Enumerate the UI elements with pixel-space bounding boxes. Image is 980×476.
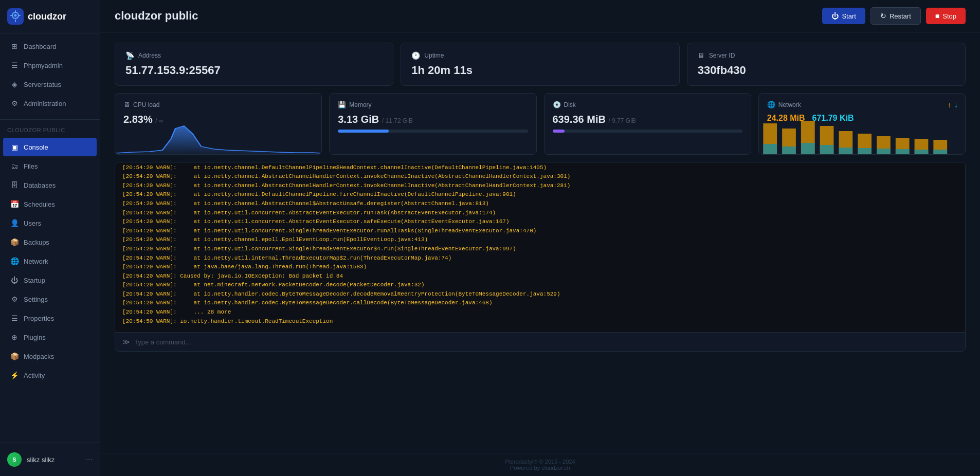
stop-button[interactable]: ■ Stop: [926, 8, 966, 24]
startup-icon: ⏻: [10, 276, 19, 284]
sidebar-item-activity[interactable]: ⚡ Activity: [3, 366, 97, 385]
console-line: [20:54:20 WARN]: at io.netty.util.concur…: [122, 209, 958, 218]
cloudzor-logo-icon: [7, 8, 24, 25]
memory-value: 3.13 GiB / 11.72 GiB: [338, 114, 528, 125]
sidebar-item-label: Plugins: [24, 334, 46, 341]
memory-header: 💾 Memory: [338, 101, 528, 108]
console-line: [20:54:20 WARN]: at io.netty.channel.epo…: [122, 235, 958, 245]
plugins-icon: ⊕: [10, 333, 19, 341]
start-label: Start: [842, 12, 856, 20]
memory-bar: [338, 130, 528, 133]
start-button[interactable]: ⏻ Start: [822, 8, 865, 24]
console-line: [20:54:20 WARN]: at io.netty.channel.Abs…: [122, 172, 958, 181]
sidebar-item-startup[interactable]: ⏻ Startup: [3, 271, 97, 289]
console-line: [20:54:20 WARN]: at io.netty.channel.Abs…: [122, 199, 958, 209]
users-icon: 👤: [10, 219, 19, 227]
console-input-row: ≫: [115, 332, 965, 351]
restart-icon: ↻: [880, 12, 886, 20]
disk-bar-fill: [553, 130, 565, 133]
sidebar-item-serverstatus[interactable]: ◈ Serverstatus: [3, 75, 97, 94]
administration-icon: ⚙: [10, 99, 19, 107]
address-card: 📡 Address 51.77.153.9:25567: [115, 43, 393, 86]
user-more-icon[interactable]: ···: [86, 455, 93, 464]
sidebar-item-label: Console: [24, 143, 48, 151]
settings-icon: ⚙: [10, 295, 19, 303]
sidebar-item-administration[interactable]: ⚙ Administration: [3, 94, 97, 113]
sidebar-item-label: Activity: [24, 372, 45, 379]
user-profile[interactable]: S slikz slikz ···: [3, 448, 97, 471]
console-line: [20:54:20 WARN]: at io.netty.util.concur…: [122, 227, 958, 236]
sidebar-item-properties[interactable]: ☰ Properties: [3, 309, 97, 327]
address-header: 📡 Address: [125, 51, 383, 60]
sidebar-item-users[interactable]: 👤 Users: [3, 214, 97, 232]
sidebar-section-label: cloudzor public: [0, 123, 100, 135]
server-id-icon: 🖥: [698, 51, 705, 60]
svg-rect-24: [896, 149, 910, 154]
phpmyadmin-icon: ☰: [10, 61, 19, 69]
sidebar-item-label: Serverstatus: [24, 81, 61, 88]
sidebar-bottom: S slikz slikz ···: [0, 443, 100, 476]
sidebar-item-label: Phpmyadmin: [24, 62, 63, 69]
console-prompt-icon: ≫: [122, 338, 130, 346]
sidebar-logo: cloudzor: [0, 0, 100, 33]
schedules-icon: 📅: [10, 200, 19, 208]
files-icon: 🗂: [10, 162, 19, 170]
memory-icon: 💾: [338, 101, 346, 108]
memory-label: Memory: [349, 101, 371, 108]
network-label: Network: [778, 101, 801, 108]
console-line: [20:54:20 WARN]: ... 28 more: [122, 308, 958, 317]
server-id-header: 🖥 Server ID: [698, 51, 955, 60]
sidebar-item-databases[interactable]: 🗄 Databases: [3, 176, 97, 194]
address-icon: 📡: [125, 51, 134, 60]
disk-header: 💿 Disk: [553, 101, 742, 108]
console-icon: ▣: [10, 143, 19, 151]
header: cloudzor public ⏻ Start ↻ Restart ■ Stop: [100, 0, 980, 32]
cpu-label: CPU load: [133, 101, 159, 108]
header-actions: ⏻ Start ↻ Restart ■ Stop: [822, 7, 966, 25]
network-icon: 🌐: [10, 257, 19, 265]
sidebar-item-plugins[interactable]: ⊕ Plugins: [3, 328, 97, 346]
user-name: slikz slikz: [27, 456, 81, 464]
backups-icon: 📦: [10, 238, 19, 246]
uptime-value: 1h 20m 11s: [411, 64, 668, 77]
sidebar-item-files[interactable]: 🗂 Files: [3, 157, 97, 175]
console-card: [20:54:20 WARN]: at io.netty.channel.Abs…: [115, 162, 966, 352]
sidebar-item-phpmyadmin[interactable]: ☰ Phpmyadmin: [3, 56, 97, 75]
network-icons: ↑ ↓: [948, 101, 958, 109]
start-icon: ⏻: [831, 12, 839, 20]
dashboard-icon: ⊞: [10, 42, 19, 50]
console-line: [20:54:20 WARN]: at io.netty.util.concur…: [122, 217, 958, 227]
sidebar-item-label: Properties: [24, 315, 54, 322]
memory-bar-container: [338, 130, 528, 133]
disk-label: Disk: [564, 101, 576, 108]
sidebar-item-label: Backups: [24, 239, 49, 246]
network-chart-svg: [759, 118, 965, 154]
console-line: [20:54:20 WARN]: at io.netty.util.concur…: [122, 245, 958, 254]
sidebar: cloudzor ⊞ Dashboard ☰ Phpmyadmin ◈ Serv…: [0, 0, 100, 476]
sidebar-item-schedules[interactable]: 📅 Schedules: [3, 195, 97, 213]
cpu-header: 🖥 CPU load: [123, 101, 313, 108]
network-chart: [759, 118, 965, 154]
console-line: [20:54:50 WARN]: io.netty.handler.timeou…: [122, 317, 958, 326]
restart-button[interactable]: ↻ Restart: [870, 7, 921, 25]
server-id-label: Server ID: [709, 52, 735, 59]
network-down-icon: ↓: [954, 101, 958, 109]
console-line: [20:54:20 WARN]: Caused by: java.io.IOEx…: [122, 272, 958, 281]
sidebar-item-network[interactable]: 🌐 Network: [3, 252, 97, 270]
databases-icon: 🗄: [10, 181, 19, 189]
console-output: [20:54:20 WARN]: at io.netty.channel.Abs…: [115, 162, 965, 332]
network-metric-icon: 🌐: [767, 101, 775, 108]
sidebar-item-console[interactable]: ▣ Console: [3, 138, 97, 156]
sidebar-item-settings[interactable]: ⚙ Settings: [3, 290, 97, 308]
properties-icon: ☰: [10, 314, 19, 322]
disk-card: 💿 Disk 639.36 MiB / 9.77 GiB: [544, 93, 751, 155]
sidebar-item-label: Files: [24, 162, 38, 170]
sidebar-item-label: Databases: [24, 181, 56, 189]
footer: Pterodactyl® © 2015 - 2024 Powered by cl…: [100, 453, 980, 476]
sidebar-item-dashboard[interactable]: ⊞ Dashboard: [3, 37, 97, 56]
sidebar-item-modpacks[interactable]: 📦 Modpacks: [3, 347, 97, 365]
sidebar-item-label: Administration: [24, 100, 66, 107]
server-id-value: 330fb430: [698, 64, 955, 77]
sidebar-item-backups[interactable]: 📦 Backups: [3, 233, 97, 251]
console-input[interactable]: [134, 338, 958, 346]
